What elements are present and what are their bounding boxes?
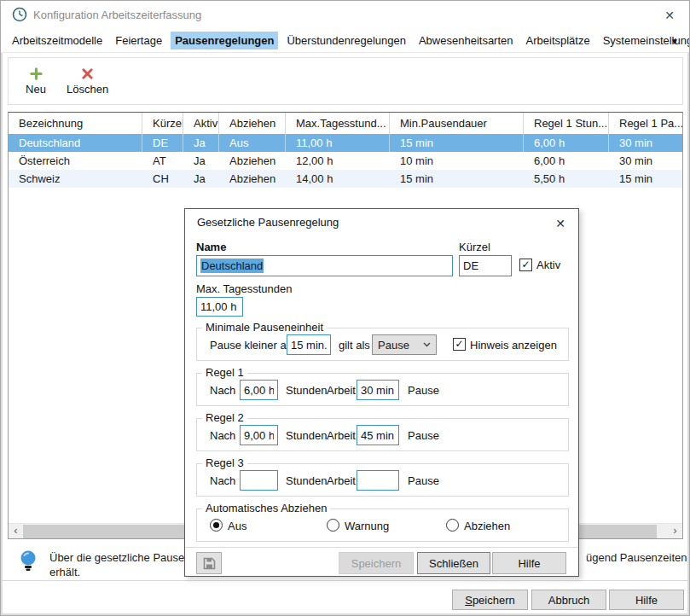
column-header[interactable]: Regel 1 Stun... (524, 113, 609, 134)
regel-2-pause-input[interactable] (357, 425, 399, 445)
aktiv-checkbox[interactable]: ✓ (519, 259, 532, 271)
cell: Abziehen (219, 152, 286, 170)
tab-overflow-icon[interactable]: ▼ (670, 37, 679, 46)
pause-kleiner-als-label: Pause kleiner als (210, 339, 294, 352)
table-row-deutschland[interactable]: Deutschland DE Ja Aus 11,00 h 15 min 6,0… (9, 134, 682, 152)
cell: 15 min (390, 170, 524, 188)
min-pause-group-legend: Minimale Pauseneinheit (202, 321, 327, 334)
scroll-left-icon[interactable]: ‹ (9, 524, 23, 538)
new-button[interactable]: Neu (17, 61, 55, 102)
regel-2-legend: Regel 2 (202, 411, 247, 424)
radio-abziehen-label: Abziehen (464, 520, 510, 532)
name-input[interactable]: Deutschland (196, 255, 453, 276)
cancel-button[interactable]: Abbruch (531, 590, 606, 610)
table-row-oesterreich[interactable]: Österreich AT Ja Abziehen 12,00 h 10 min… (9, 152, 682, 170)
table-row-schweiz[interactable]: Schweiz CH Ja Abziehen 14,00 h 15 min 5,… (9, 170, 682, 188)
auto-abziehen-legend: Automatisches Abziehen (202, 502, 330, 514)
radio-warnung-label: Warnung (345, 520, 389, 532)
kuerzel-input[interactable] (459, 255, 512, 276)
radio-aus[interactable] (210, 519, 223, 532)
tab-ueberstundenregelungen[interactable]: Überstundenregelungen (282, 32, 410, 49)
gilt-als-select-value: Pause (378, 339, 409, 352)
max-tagesstunden-input[interactable] (196, 297, 243, 317)
cell: DE (142, 134, 183, 152)
kuerzel-label: Kürzel (459, 241, 490, 253)
column-header[interactable]: Abziehen (219, 113, 286, 134)
tab-arbeitszeitmodelle[interactable]: Arbeitszeitmodelle (8, 32, 107, 49)
cell: 11,00 h (286, 134, 390, 152)
dialog-help-button[interactable]: Hilfe (492, 552, 566, 574)
cell: 30 min (609, 134, 682, 152)
x-icon (81, 67, 94, 80)
gilt-als-select[interactable]: Pause (372, 334, 437, 355)
cell: Ja (183, 152, 219, 170)
delete-button-label: Löschen (67, 83, 108, 96)
scroll-right-icon[interactable]: › (668, 524, 682, 538)
min-pause-input[interactable] (287, 334, 331, 355)
cell: 12,00 h (286, 152, 390, 170)
nach-label: Nach (210, 384, 235, 397)
save-button[interactable]: Speichern (452, 590, 528, 610)
cell: 14,00 h (286, 170, 390, 188)
radio-abziehen[interactable] (446, 519, 459, 532)
regel-2-stunden-input[interactable] (240, 425, 278, 445)
floppy-disk-icon (203, 557, 216, 570)
chevron-down-icon (423, 342, 431, 347)
delete-button[interactable]: Löschen (63, 61, 112, 102)
nach-label: Nach (210, 429, 235, 442)
tab-abwesenheitsarten[interactable]: Abwesenheitsarten (415, 32, 518, 49)
cell: Deutschland (9, 134, 142, 152)
regel-3-stunden-input[interactable] (240, 470, 278, 491)
column-header[interactable]: Regel 1 Pa... (609, 113, 682, 134)
regel-3-legend: Regel 3 (202, 456, 247, 469)
stunden-label: Stunden (286, 429, 327, 442)
dialog-close-button[interactable]: Schließen (417, 552, 490, 574)
cell: CH (142, 170, 183, 188)
info-text-line2: erhält. (49, 566, 80, 578)
hinweis-checkbox[interactable]: ✓ (453, 338, 466, 351)
window-close-icon[interactable]: ✕ (660, 6, 679, 25)
column-header[interactable]: Kürzel (142, 113, 183, 134)
help-button[interactable]: Hilfe (609, 590, 684, 610)
regel-1-stunden-input[interactable] (240, 380, 278, 400)
aktiv-checkbox-label: Aktiv (536, 259, 560, 271)
regel-3-group: Regel 3 Nach Stunden Arbeit Pause (196, 463, 569, 497)
cell: Ja (183, 134, 219, 152)
dialog-save-button[interactable]: Speichern (339, 552, 414, 574)
pause-label: Pause (408, 474, 439, 487)
radio-warnung[interactable] (327, 519, 339, 532)
name-label: Name (196, 241, 226, 253)
tab-bar: Arbeitszeitmodelle Feiertage Pausenregel… (1, 28, 689, 53)
tab-arbeitsplaetze[interactable]: Arbeitsplätze (522, 32, 594, 49)
min-pause-group: Minimale Pauseneinheit Pause kleiner als… (196, 328, 569, 361)
dialog-title: Gesetzliche Pausenregelung (197, 216, 339, 229)
info-text-line1-right: ügend Pausenzeiten (586, 551, 687, 564)
clock-app-icon (12, 7, 27, 22)
table-header-row: Bezeichnung Kürzel Aktiv Abziehen Max.Ta… (9, 113, 682, 134)
lightbulb-icon (19, 549, 38, 572)
regel-1-pause-input[interactable] (357, 380, 399, 400)
app-window: Konfiguration Arbeitszeiterfassung ✕ Arb… (0, 0, 690, 616)
cell: 15 min (390, 134, 524, 152)
toolbar: Neu Löschen (8, 57, 683, 105)
cell: 6,00 h (524, 152, 609, 170)
tab-pausenregelungen[interactable]: Pausenregelungen (171, 32, 278, 49)
cell: Abziehen (219, 170, 286, 188)
column-header[interactable]: Min.Pausendauer (390, 113, 524, 134)
dialog-close-icon[interactable]: ✕ (551, 214, 570, 233)
column-header[interactable]: Aktiv (183, 113, 219, 134)
regel-2-group: Regel 2 Nach Stunden Arbeit Pause (196, 418, 569, 451)
plus-icon (30, 67, 43, 80)
cell: 15 min (609, 170, 682, 188)
max-tagesstunden-label: Max. Tagesstunden (196, 282, 293, 295)
stunden-label: Stunden (286, 384, 327, 397)
dialog-save-disk-button[interactable] (196, 552, 222, 574)
cell: 10 min (390, 152, 524, 170)
arbeit-label: Arbeit (327, 474, 356, 487)
tab-feiertage[interactable]: Feiertage (111, 32, 166, 49)
name-input-selected-text: Deutschland (200, 259, 264, 273)
stunden-label: Stunden (286, 474, 327, 487)
column-header[interactable]: Bezeichnung (9, 113, 142, 134)
regel-3-pause-input[interactable] (357, 470, 399, 491)
column-header[interactable]: Max.Tagesstund... (286, 113, 390, 134)
